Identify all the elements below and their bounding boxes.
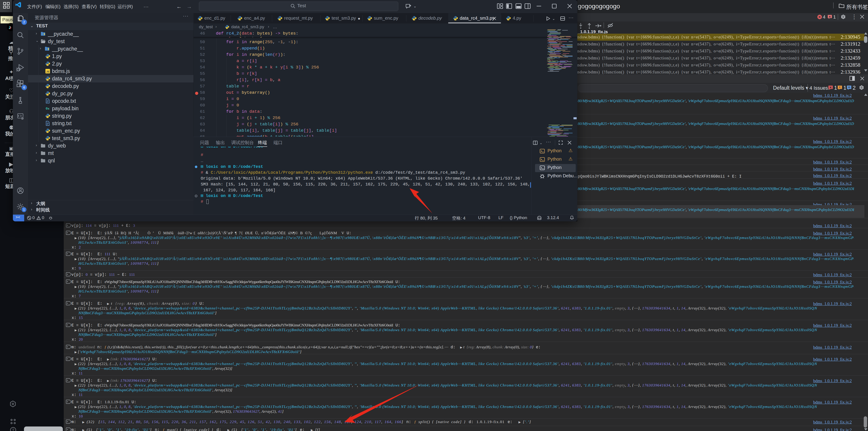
svg-text:?: ? [12,428,14,431]
